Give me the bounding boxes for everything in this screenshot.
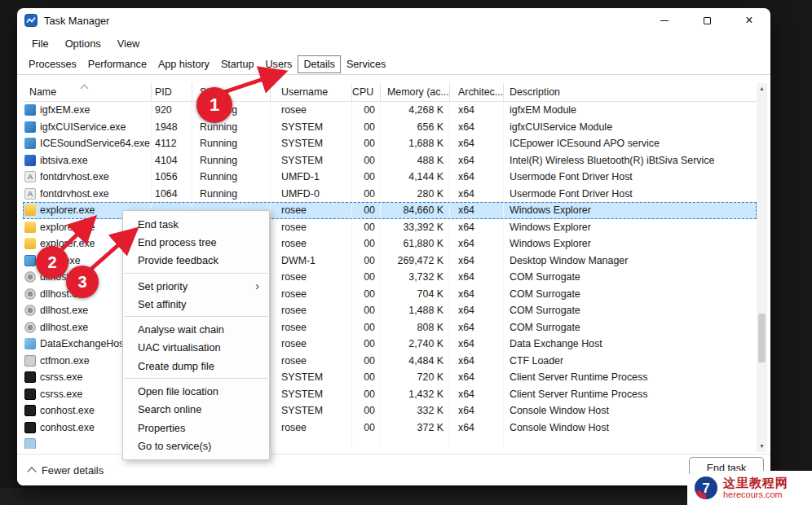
table-row[interactable]: fontdrvhost.exe 1056 Running UMFD-1 00 4… <box>23 169 757 186</box>
close-button[interactable]: × <box>728 8 770 33</box>
cell-username: rosee <box>271 419 352 437</box>
gear-icon <box>24 322 36 333</box>
cell-pid: 1948 <box>152 119 192 136</box>
cell-architecture: x64 <box>450 386 504 403</box>
cell-username: SYSTEM <box>271 119 352 136</box>
cell-memory: 269,472 K <box>381 253 450 270</box>
folder-icon <box>24 222 36 233</box>
table-row[interactable]: ICESoundService64.exe 4112 Running SYSTE… <box>23 135 757 152</box>
column-header-name[interactable]: Name <box>23 83 152 101</box>
cell-cpu: 00 <box>352 253 381 270</box>
cell-username: rosee <box>271 286 352 303</box>
menu-view[interactable]: View <box>109 37 148 50</box>
cell-name: ICESoundService64.exe <box>23 135 152 152</box>
column-header-memory-ac[interactable]: Memory (ac... <box>381 83 450 101</box>
menu-item-end-task[interactable]: End task › <box>123 215 269 233</box>
cell-description: igfxCUIService Module <box>504 119 757 136</box>
task-manager-icon <box>24 14 38 27</box>
tab-services[interactable]: Services <box>341 55 391 73</box>
menu-item-provide-feedback[interactable]: Provide feedback › <box>123 252 269 270</box>
table-row[interactable]: ibtsiva.exe 4104 Running SYSTEM 00 488 K… <box>23 152 757 169</box>
menu-item-create-dump-file[interactable]: Create dump file › <box>123 357 269 375</box>
font-icon <box>24 171 36 182</box>
scroll-up-icon[interactable]: ▲ <box>757 83 767 94</box>
cell-description: Windows Explorer <box>504 219 757 236</box>
menu-file[interactable]: File <box>24 37 57 50</box>
cell-username <box>271 436 352 449</box>
column-header-architec[interactable]: Architec... <box>450 83 504 101</box>
scroll-thumb[interactable] <box>758 314 766 362</box>
cell-description: COM Surrogate <box>504 286 757 303</box>
cell-username: rosee <box>271 219 352 236</box>
cell-pid: 920 <box>152 102 192 119</box>
cell-architecture: x64 <box>450 402 504 419</box>
tab-details[interactable]: Details <box>298 55 341 73</box>
cell-cpu: 00 <box>352 336 381 353</box>
cell-memory: 4,144 K <box>381 169 450 186</box>
column-header-description[interactable]: Description <box>504 83 757 101</box>
menu-item-properties[interactable]: Properties › <box>123 419 269 437</box>
menu-item-analyse-wait-chain[interactable]: Analyse wait chain › <box>123 320 269 338</box>
cell-memory: 332 K <box>381 402 450 419</box>
context-menu: End task › End process tree › Provide fe… <box>122 210 270 460</box>
table-row[interactable]: igfxEM.exe 920 Running rosee 00 4,268 K … <box>23 102 757 119</box>
annotation-step-3: 3 <box>66 266 99 298</box>
tab-bar: ProcessesPerformanceApp historyStartupUs… <box>17 54 770 75</box>
menu-item-set-priority[interactable]: Set priority › <box>123 277 269 295</box>
fewer-details-label: Fewer details <box>42 464 104 476</box>
menu-item-set-affinity[interactable]: Set affinity › <box>123 295 269 313</box>
column-header-cpu[interactable]: CPU <box>352 83 381 101</box>
cell-cpu: 00 <box>352 135 381 152</box>
cell-description: Usermode Font Driver Host <box>504 186 757 203</box>
cell-description: Client Server Runtime Process <box>504 386 757 403</box>
gear-icon <box>24 305 36 316</box>
cell-cpu: 00 <box>352 419 381 437</box>
annotation-step-1: 1 <box>196 87 232 123</box>
cell-description: Data Exchange Host <box>504 336 757 353</box>
menu-item-open-file-location[interactable]: Open file location › <box>123 382 269 400</box>
title-bar[interactable]: Task Manager × <box>17 8 770 33</box>
cell-username: SYSTEM <box>271 402 352 419</box>
cell-cpu <box>352 436 381 449</box>
table-row[interactable]: fontdrvhost.exe 1064 Running UMFD-0 00 2… <box>23 186 757 203</box>
bluetooth-icon <box>24 155 36 166</box>
table-row[interactable]: igfxCUIService.exe 1948 Running SYSTEM 0… <box>23 119 757 136</box>
menu-item-go-to-service-s[interactable]: Go to service(s) › <box>123 437 269 455</box>
cell-username: DWM-1 <box>271 253 352 270</box>
maximize-button[interactable] <box>686 8 728 33</box>
tab-processes[interactable]: Processes <box>23 55 82 73</box>
tab-performance[interactable]: Performance <box>82 55 152 73</box>
menu-options[interactable]: Options <box>57 37 109 50</box>
cell-cpu: 00 <box>352 402 381 419</box>
cell-architecture: x64 <box>450 102 504 119</box>
cell-memory: 4,268 K <box>381 102 450 119</box>
cell-username: SYSTEM <box>271 135 352 152</box>
cell-description: COM Surrogate <box>504 319 757 336</box>
cell-memory: 704 K <box>381 286 450 303</box>
column-header-username[interactable]: Username <box>271 83 352 101</box>
cell-cpu: 00 <box>352 152 381 169</box>
console-icon <box>24 405 36 416</box>
cell-status: Running <box>192 169 271 186</box>
cell-name: igfxEM.exe <box>23 102 152 119</box>
minimize-button[interactable] <box>643 8 686 33</box>
desktop-background: Task Manager × FileOptionsView Processes… <box>0 0 812 505</box>
tab-app-history[interactable]: App history <box>152 55 215 73</box>
cell-architecture: x64 <box>450 319 504 336</box>
cell-name: ibtsiva.exe <box>23 152 152 169</box>
scrollbar[interactable]: ▲ ▼ <box>757 83 767 452</box>
fewer-details-toggle[interactable]: Fewer details <box>29 464 104 476</box>
scroll-down-icon[interactable]: ▼ <box>757 441 767 452</box>
menu-item-search-online[interactable]: Search online › <box>123 401 269 419</box>
menu-item-end-process-tree[interactable]: End process tree › <box>123 233 269 251</box>
cell-cpu: 00 <box>352 186 381 203</box>
cell-memory: 488 K <box>381 152 450 169</box>
tab-startup[interactable]: Startup <box>215 55 260 73</box>
cell-status: Running <box>192 152 271 169</box>
column-header-pid[interactable]: PID <box>152 83 192 101</box>
cell-pid: 4104 <box>152 152 192 169</box>
menu-item-uac-virtualisation[interactable]: UAC virtualisation › <box>123 339 269 357</box>
watermark-site-name: 这里教程网 <box>723 476 788 490</box>
cell-description: Windows Explorer <box>504 235 757 253</box>
tab-users[interactable]: Users <box>260 55 298 73</box>
